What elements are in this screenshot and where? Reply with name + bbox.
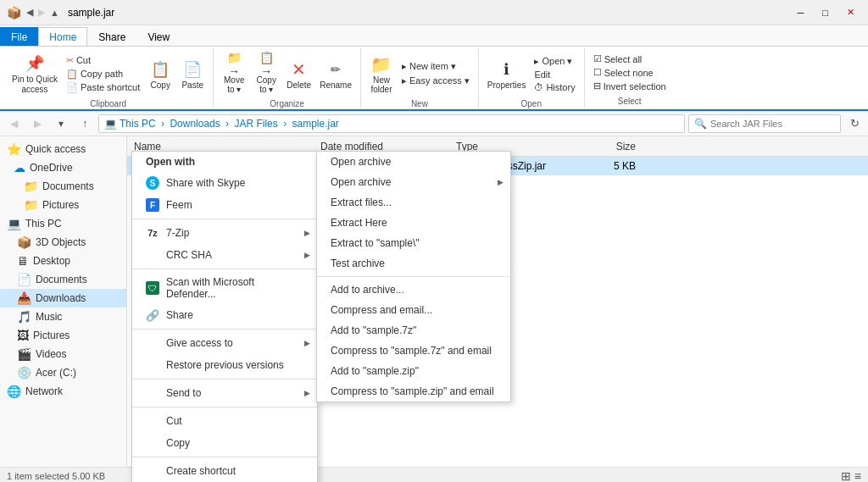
- copy-button[interactable]: 📋 Copy: [145, 50, 175, 97]
- open-label: ▸ Open ▾: [534, 56, 572, 67]
- quickaccess-label: Quick access: [25, 143, 86, 155]
- sidebar-item-3dobjects[interactable]: 📦 3D Objects: [0, 233, 126, 252]
- ctx-give-access[interactable]: Give access to: [132, 332, 317, 354]
- pictures-od-icon: 📁: [24, 198, 38, 212]
- ctx-crc-sha[interactable]: CRC SHA: [132, 244, 317, 266]
- pin-to-quick-access-button[interactable]: 📌 Pin to Quickaccess: [8, 50, 61, 97]
- select-all-button[interactable]: ☑ Select all: [590, 53, 670, 65]
- sidebar-item-pictures[interactable]: 🖼 Pictures: [0, 326, 126, 345]
- cut-button[interactable]: ✂ Cut: [63, 54, 143, 67]
- network-label: Network: [25, 385, 63, 397]
- ctx-send-to[interactable]: Send to: [132, 382, 317, 404]
- paste-shortcut-button[interactable]: 📄 Paste shortcut: [63, 81, 143, 94]
- move-to-button[interactable]: 📁→ Moveto ▾: [219, 50, 249, 97]
- tab-file[interactable]: File: [0, 27, 38, 46]
- pin-label: Pin to Quickaccess: [12, 75, 58, 95]
- sub-add-archive[interactable]: Add to archive...: [317, 280, 510, 300]
- sidebar-item-downloads[interactable]: 📥 Downloads: [0, 289, 126, 307]
- refresh-button[interactable]: ↻: [844, 114, 865, 134]
- ctx-restore-versions[interactable]: Restore previous versions: [132, 354, 317, 376]
- properties-button[interactable]: ℹ Properties: [484, 50, 530, 97]
- sidebar-item-documents[interactable]: 📄 Documents: [0, 270, 126, 289]
- title-bar-up[interactable]: ▲: [50, 8, 59, 18]
- col-size-header[interactable]: Size: [571, 141, 639, 152]
- sidebar-item-acerc[interactable]: 💿 Acer (C:): [0, 363, 126, 382]
- new-folder-label: Newfolder: [370, 75, 392, 94]
- sidebar-item-videos[interactable]: 🎬 Videos: [0, 345, 126, 363]
- invert-selection-button[interactable]: ⊟ Invert selection: [590, 80, 670, 92]
- desktop-label: Desktop: [33, 255, 70, 267]
- sidebar-item-quickaccess[interactable]: ⭐ Quick access: [0, 140, 126, 158]
- history-button[interactable]: ⏱ History: [531, 81, 578, 93]
- tab-share[interactable]: Share: [87, 27, 136, 46]
- title-bar-back[interactable]: ◀: [26, 7, 33, 18]
- maximize-button[interactable]: □: [815, 8, 835, 18]
- sub-add-zip[interactable]: Add to "sample.zip": [317, 361, 510, 381]
- sub-extract-here[interactable]: Extract Here: [317, 213, 510, 233]
- sub-open-archive-sub[interactable]: Open archive: [317, 172, 510, 192]
- sub-add-7z[interactable]: Add to "sample.7z": [317, 320, 510, 341]
- title-bar-forward[interactable]: ▶: [38, 7, 45, 18]
- breadcrumb-downloads[interactable]: Downloads: [170, 118, 220, 130]
- ctx-share[interactable]: 🔗 Share: [132, 304, 317, 326]
- sub-test-archive[interactable]: Test archive: [317, 253, 510, 274]
- ctx-copy[interactable]: Copy: [132, 432, 317, 454]
- ctx-7zip[interactable]: 7z 7-Zip: [132, 222, 317, 244]
- delete-button[interactable]: ✕ Delete: [283, 50, 314, 97]
- ctx-share-skype[interactable]: S Share with Skype: [132, 172, 317, 194]
- sidebar-item-pictures-od[interactable]: 📁 Pictures: [0, 196, 126, 214]
- copy-path-button[interactable]: 📋 Copy path: [63, 68, 143, 80]
- tab-view[interactable]: View: [136, 27, 181, 46]
- open-button[interactable]: ▸ Open ▾: [531, 55, 578, 68]
- sidebar-item-network[interactable]: 🌐 Network: [0, 382, 126, 401]
- ctx-cut[interactable]: Cut: [132, 410, 317, 432]
- sidebar-item-music[interactable]: 🎵 Music: [0, 307, 126, 326]
- ctx-scan-defender[interactable]: 🛡 Scan with Microsoft Defender...: [132, 272, 317, 304]
- view-icons[interactable]: ⊞: [841, 469, 851, 483]
- view-list[interactable]: ≡: [854, 469, 861, 483]
- sub-compress-zip-email[interactable]: Compress to "sample.zip" and email: [317, 381, 510, 402]
- sub-compress-email[interactable]: Compress and email...: [317, 300, 510, 320]
- minimize-button[interactable]: ─: [791, 8, 811, 18]
- file-size: 5 KB: [571, 160, 639, 172]
- select-none-button[interactable]: ☐ Select none: [590, 66, 670, 79]
- back-button[interactable]: ◀: [3, 114, 24, 134]
- extract-files-label: Extract files...: [331, 197, 392, 208]
- close-button[interactable]: ✕: [840, 7, 861, 18]
- title-bar-title: sample.jar: [68, 7, 114, 19]
- search-input[interactable]: [710, 119, 835, 129]
- sidebar-item-onedrive[interactable]: ☁ OneDrive: [0, 158, 126, 177]
- rename-button[interactable]: ✏ Rename: [316, 50, 355, 97]
- breadcrumb-jarfiles[interactable]: JAR Files: [234, 118, 277, 130]
- share-label: Share: [166, 309, 193, 321]
- breadcrumb-thispc[interactable]: This PC: [120, 118, 156, 130]
- history-label: History: [546, 82, 575, 92]
- organize-label: Organize: [270, 97, 304, 108]
- move-to-icon: 📁→: [223, 53, 245, 75]
- tab-home[interactable]: Home: [38, 27, 87, 46]
- add-7z-label: Add to "sample.7z": [331, 324, 416, 336]
- new-item-button[interactable]: ▸ New item ▾: [398, 60, 473, 73]
- search-box[interactable]: 🔍: [688, 114, 841, 133]
- up-button[interactable]: ↑: [75, 114, 95, 134]
- copy-to-button[interactable]: 📋→ Copyto ▾: [251, 50, 281, 97]
- ctx-feem[interactable]: F Feem: [132, 194, 317, 216]
- sidebar-item-desktop[interactable]: 🖥 Desktop: [0, 252, 126, 270]
- new-folder-button[interactable]: 📁 Newfolder: [366, 50, 397, 97]
- ctx-create-shortcut[interactable]: Create shortcut: [132, 460, 317, 482]
- easy-access-button[interactable]: ▸ Easy access ▾: [398, 75, 473, 87]
- sidebar-item-documents-od[interactable]: 📁 Documents: [0, 177, 126, 196]
- sub-extract-files[interactable]: Extract files...: [317, 192, 510, 213]
- sidebar-item-thispc[interactable]: 💻 This PC: [0, 214, 126, 233]
- sub-extract-sample[interactable]: Extract to "sample\": [317, 233, 510, 253]
- feem-label: Feem: [166, 199, 192, 211]
- address-box[interactable]: 💻 This PC › Downloads › JAR Files › samp…: [98, 114, 685, 133]
- paste-button[interactable]: 📄 Paste: [177, 50, 208, 97]
- test-archive-label: Test archive: [331, 258, 385, 269]
- forward-button[interactable]: ▶: [27, 114, 47, 134]
- sub-open-archive[interactable]: Open archive: [317, 152, 510, 172]
- edit-button[interactable]: Edit: [531, 69, 578, 80]
- recent-locations-button[interactable]: ▾: [51, 114, 71, 134]
- breadcrumb-sample[interactable]: sample.jar: [292, 118, 338, 130]
- sub-compress-7z-email[interactable]: Compress to "sample.7z" and email: [317, 341, 510, 361]
